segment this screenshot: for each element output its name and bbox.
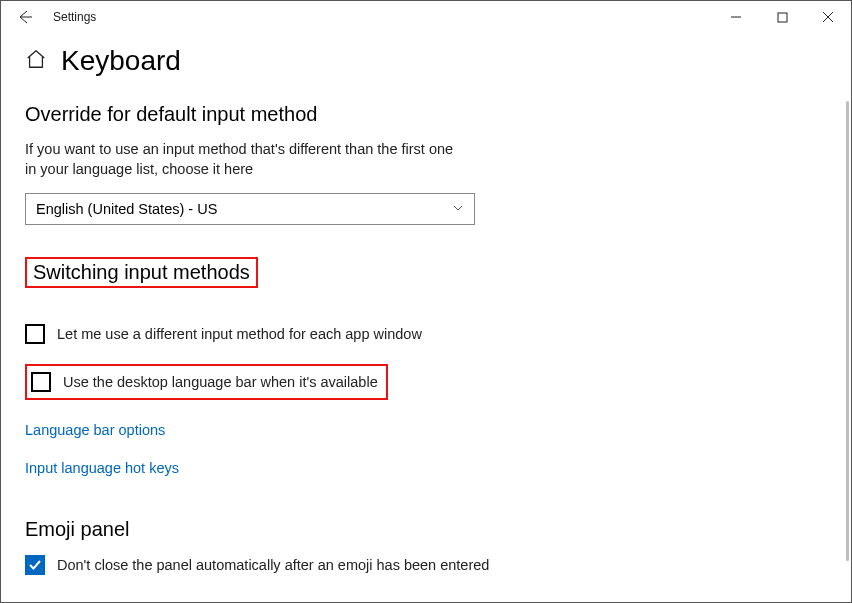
dropdown-value: English (United States) - US <box>36 201 217 217</box>
chevron-down-icon <box>452 201 464 217</box>
content-area: Keyboard Override for default input meth… <box>1 33 851 602</box>
checkbox-box-icon <box>25 324 45 344</box>
titlebar-left: Settings <box>9 1 96 33</box>
minimize-button[interactable] <box>713 1 759 33</box>
annotation-highlight-1: Switching input methods <box>25 257 258 288</box>
checkbox-label: Let me use a different input method for … <box>57 326 422 342</box>
input-method-dropdown[interactable]: English (United States) - US <box>25 193 475 225</box>
annotation-highlight-2: Use the desktop language bar when it's a… <box>25 364 388 400</box>
checkbox-label: Use the desktop language bar when it's a… <box>63 374 378 390</box>
checkbox-box-icon <box>25 555 45 575</box>
section-override-title: Override for default input method <box>25 103 851 126</box>
page-title: Keyboard <box>61 45 181 77</box>
settings-window: Settings Keyboard Override for default i… <box>0 0 852 603</box>
checkbox-box-icon <box>31 372 51 392</box>
titlebar: Settings <box>1 1 851 33</box>
window-title: Settings <box>41 10 96 24</box>
checkbox-label: Don't close the panel automatically afte… <box>57 557 489 573</box>
link-language-bar-options[interactable]: Language bar options <box>25 422 851 438</box>
page-header: Keyboard <box>25 45 851 77</box>
checkbox-emoji-panel-close[interactable]: Don't close the panel automatically afte… <box>25 555 851 575</box>
back-button[interactable] <box>9 1 41 33</box>
checkbox-desktop-language-bar[interactable]: Use the desktop language bar when it's a… <box>31 372 378 392</box>
section-switching-title: Switching input methods <box>33 261 250 283</box>
maximize-button[interactable] <box>759 1 805 33</box>
home-icon[interactable] <box>25 48 47 74</box>
section-emoji-title: Emoji panel <box>25 518 851 541</box>
svg-rect-1 <box>778 13 787 22</box>
link-input-language-hotkeys[interactable]: Input language hot keys <box>25 460 851 476</box>
window-controls <box>713 1 851 33</box>
section-override-desc: If you want to use an input method that'… <box>25 140 455 179</box>
close-button[interactable] <box>805 1 851 33</box>
scrollbar[interactable] <box>846 101 849 561</box>
checkbox-per-app-input[interactable]: Let me use a different input method for … <box>25 324 851 344</box>
